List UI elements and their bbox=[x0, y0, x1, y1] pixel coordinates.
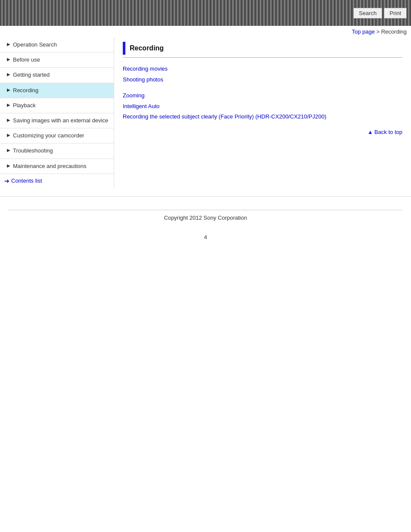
content-link-group-0: Recording moviesShooting photos bbox=[123, 65, 402, 84]
sidebar-arrow-icon-saving-images: ▶ bbox=[7, 118, 10, 122]
content-area: Recording Recording moviesShooting photo… bbox=[114, 37, 411, 144]
sidebar-arrow-icon-before-use: ▶ bbox=[7, 57, 10, 62]
content-link-zooming[interactable]: Zooming bbox=[123, 91, 402, 100]
breadcrumb-current: Recording bbox=[381, 28, 407, 35]
sidebar-arrow-icon-getting-started: ▶ bbox=[7, 72, 10, 77]
page-number: 4 bbox=[0, 230, 411, 245]
sidebar-item-recording[interactable]: ▶Recording bbox=[0, 83, 114, 98]
sidebar-item-troubleshooting[interactable]: ▶Troubleshooting bbox=[0, 143, 114, 159]
sidebar-item-label-saving-images: Saving images with an external device bbox=[13, 117, 108, 124]
sidebar-item-label-operation-search: Operation Search bbox=[13, 41, 57, 49]
sidebar-arrow-icon-customizing: ▶ bbox=[7, 133, 10, 137]
sidebar-item-label-playback: Playback bbox=[13, 102, 36, 109]
sidebar-item-label-maintenance: Maintenance and precautions bbox=[13, 162, 87, 170]
footer: Copyright 2012 Sony Corporation bbox=[0, 196, 411, 230]
copyright-text: Copyright 2012 Sony Corporation bbox=[164, 215, 247, 221]
sidebar-item-label-recording: Recording bbox=[13, 87, 38, 94]
contents-list-label: Contents list bbox=[11, 177, 42, 184]
section-title-container: Recording bbox=[123, 42, 402, 58]
main-layout: ▶Operation Search▶Before use▶Getting sta… bbox=[0, 37, 411, 188]
back-to-top-label: Back to top bbox=[374, 129, 402, 135]
sidebar-item-saving-images[interactable]: ▶Saving images with an external device bbox=[0, 113, 114, 128]
sidebar-item-playback[interactable]: ▶Playback bbox=[0, 98, 114, 113]
sidebar: ▶Operation Search▶Before use▶Getting sta… bbox=[0, 37, 114, 188]
section-title-bar-decoration bbox=[123, 42, 125, 55]
content-link-intelligent-auto[interactable]: Intelligent Auto bbox=[123, 102, 402, 111]
sidebar-arrow-icon-recording: ▶ bbox=[7, 87, 10, 92]
back-to-top-container: ▲Back to top bbox=[123, 129, 402, 135]
sidebar-item-maintenance[interactable]: ▶Maintenance and precautions bbox=[0, 159, 114, 174]
contents-list-link[interactable]: ➔ Contents list bbox=[0, 174, 114, 188]
sidebar-item-operation-search[interactable]: ▶Operation Search bbox=[0, 37, 114, 53]
contents-list-arrow-icon: ➔ bbox=[4, 177, 9, 184]
header-buttons: Search Print bbox=[353, 8, 407, 19]
section-title: Recording bbox=[130, 44, 164, 52]
content-link-group-1: ZoomingIntelligent AutoRecording the sel… bbox=[123, 91, 402, 121]
sidebar-item-label-getting-started: Getting started bbox=[13, 71, 50, 79]
sidebar-item-label-troubleshooting: Troubleshooting bbox=[13, 147, 53, 155]
back-to-top-triangle-icon: ▲ bbox=[367, 129, 373, 135]
header-bar: Search Print bbox=[0, 0, 411, 26]
back-to-top-link[interactable]: ▲Back to top bbox=[367, 129, 402, 135]
sidebar-item-label-customizing: Customizing your camcorder bbox=[13, 132, 84, 140]
sidebar-item-customizing[interactable]: ▶Customizing your camcorder bbox=[0, 128, 114, 143]
content-link-shooting-photos[interactable]: Shooting photos bbox=[123, 75, 402, 84]
sidebar-item-label-before-use: Before use bbox=[13, 56, 40, 64]
print-button[interactable]: Print bbox=[384, 8, 407, 19]
breadcrumb-separator: > bbox=[375, 28, 381, 35]
sidebar-arrow-icon-troubleshooting: ▶ bbox=[7, 148, 10, 152]
sidebar-arrow-icon-operation-search: ▶ bbox=[7, 42, 10, 47]
content-link-face-priority[interactable]: Recording the selected subject clearly (… bbox=[123, 112, 402, 121]
breadcrumb-top-link[interactable]: Top page bbox=[352, 28, 375, 35]
search-button[interactable]: Search bbox=[353, 8, 382, 19]
sidebar-item-getting-started[interactable]: ▶Getting started bbox=[0, 68, 114, 83]
content-link-recording-movies[interactable]: Recording movies bbox=[123, 65, 402, 73]
sidebar-arrow-icon-playback: ▶ bbox=[7, 103, 10, 107]
footer-divider bbox=[9, 210, 402, 210]
sidebar-item-before-use[interactable]: ▶Before use bbox=[0, 53, 114, 68]
sidebar-arrow-icon-maintenance: ▶ bbox=[7, 163, 10, 168]
breadcrumb: Top page > Recording bbox=[0, 26, 411, 37]
